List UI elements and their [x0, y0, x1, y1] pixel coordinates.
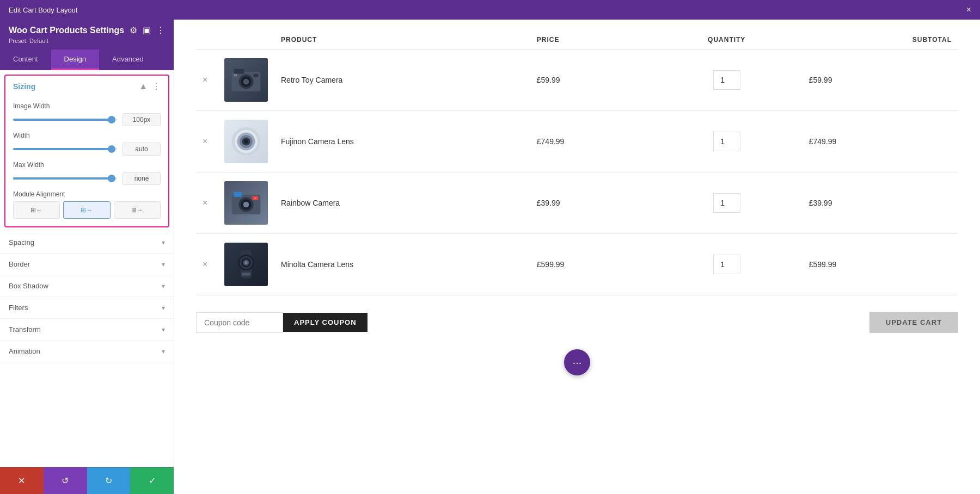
remove-item-button[interactable]: ×	[203, 75, 207, 85]
tab-content[interactable]: Content	[0, 50, 51, 70]
more-icon-btn[interactable]: ⋮	[156, 25, 165, 35]
align-center-btn[interactable]: ⊞↔	[63, 201, 110, 219]
cart-table-head: PRODUCT PRICE QUANTITY SUBTOTAL	[196, 30, 958, 50]
align-right-btn[interactable]: ⊞→	[114, 201, 161, 219]
more-options-icon: ⋮	[152, 81, 161, 91]
width-thumb[interactable]	[108, 145, 115, 153]
max-width-input[interactable]	[122, 172, 161, 185]
subtotal-cell: £39.99	[803, 172, 958, 234]
fab-button[interactable]: ···	[564, 349, 590, 375]
image-width-input[interactable]	[122, 113, 161, 126]
quantity-input[interactable]	[713, 193, 740, 213]
table-row: × Fujinon Camera Lens £749.99	[196, 111, 958, 172]
filters-title: Filters	[9, 304, 28, 312]
section-spacing: Spacing ▾	[0, 232, 174, 254]
transform-section-header[interactable]: Transform ▾	[0, 319, 174, 340]
layout-icon-btn[interactable]: ▣	[143, 25, 151, 35]
alignment-row: ⊞← ⊞↔ ⊞→	[13, 201, 161, 219]
apply-coupon-button[interactable]: APPLY COUPON	[283, 313, 367, 332]
col-subtotal: SUBTOTAL	[803, 30, 958, 50]
width-input[interactable]	[122, 143, 161, 156]
quantity-input[interactable]	[713, 132, 740, 151]
title-bar: Edit Cart Body Layout ×	[0, 0, 980, 20]
refresh-button[interactable]: ↻	[87, 467, 131, 494]
name-cell: Fujinon Camera Lens	[274, 111, 530, 172]
collapse-icon: ▲	[139, 82, 148, 91]
table-row: × Minolta Camera Lens £599.99	[196, 234, 958, 295]
table-row: × Rainbow Camera £39.99	[196, 172, 958, 234]
box-shadow-section-header[interactable]: Box Shadow ▾	[0, 275, 174, 297]
section-animation: Animation ▾	[0, 341, 174, 362]
preset-label[interactable]: Preset: Default	[9, 38, 165, 44]
close-button[interactable]: ×	[966, 5, 971, 15]
sizing-section-header[interactable]: Sizing ▲ ⋮	[5, 76, 168, 97]
product-image	[224, 120, 268, 163]
image-width-slider-wrap	[13, 119, 117, 121]
reset-button[interactable]: ↺	[44, 467, 87, 494]
product-name: Retro Toy Camera	[281, 76, 342, 84]
section-filters: Filters ▾	[0, 297, 174, 319]
max-width-slider-wrap	[13, 177, 117, 180]
sidebar-header: Woo Cart Products Settings ⚙ ▣ ⋮ Preset:…	[0, 20, 174, 50]
image-cell	[218, 50, 274, 111]
update-cart-button[interactable]: UPDATE CART	[869, 312, 958, 333]
width-slider-row	[13, 143, 161, 156]
align-left-btn[interactable]: ⊞←	[13, 201, 60, 219]
product-price: £59.99	[537, 76, 560, 84]
filters-section-header[interactable]: Filters ▾	[0, 297, 174, 318]
max-width-fill	[13, 177, 112, 180]
cancel-button[interactable]: ✕	[0, 467, 44, 494]
name-cell: Rainbow Camera	[274, 172, 530, 234]
quantity-input[interactable]	[713, 70, 740, 90]
sidebar-header-top: Woo Cart Products Settings ⚙ ▣ ⋮	[9, 25, 165, 35]
remove-item-button[interactable]: ×	[203, 260, 207, 269]
spacing-section-header[interactable]: Spacing ▾	[0, 232, 174, 253]
main-layout: Woo Cart Products Settings ⚙ ▣ ⋮ Preset:…	[0, 20, 980, 494]
cart-footer: APPLY COUPON UPDATE CART	[196, 306, 958, 333]
product-price: £39.99	[537, 199, 560, 207]
remove-item-button[interactable]: ×	[203, 137, 207, 146]
col-product: PRODUCT	[274, 30, 530, 50]
quantity-cell	[651, 111, 803, 172]
quantity-input[interactable]	[713, 255, 740, 274]
remove-item-button[interactable]: ×	[203, 198, 207, 208]
module-alignment-label: Module Alignment	[13, 190, 161, 198]
max-width-thumb[interactable]	[108, 175, 115, 182]
spacing-chevron: ▾	[162, 239, 165, 246]
align-right-icon: ⊞→	[131, 206, 143, 214]
sidebar-title: Woo Cart Products Settings	[9, 26, 124, 35]
col-image	[218, 30, 274, 50]
image-width-thumb[interactable]	[108, 116, 115, 124]
price-cell: £749.99	[530, 111, 651, 172]
filters-chevron: ▾	[162, 304, 165, 312]
section-border: Border ▾	[0, 254, 174, 275]
width-slider-wrap	[13, 148, 117, 150]
max-width-label: Max Width	[13, 161, 161, 169]
remove-cell: ×	[196, 172, 218, 234]
animation-section-header[interactable]: Animation ▾	[0, 341, 174, 362]
tab-design[interactable]: Design	[51, 50, 99, 70]
settings-icon-btn[interactable]: ⚙	[130, 25, 137, 35]
tab-advanced[interactable]: Advanced	[99, 50, 157, 70]
coupon-input[interactable]	[196, 312, 283, 333]
confirm-button[interactable]: ✓	[130, 467, 174, 494]
product-price: £749.99	[537, 137, 565, 146]
remove-cell: ×	[196, 234, 218, 295]
quantity-cell	[651, 234, 803, 295]
svg-rect-1	[234, 69, 244, 74]
image-cell	[218, 172, 274, 234]
svg-point-17	[243, 202, 249, 208]
sidebar-icons: ⚙ ▣ ⋮	[130, 25, 165, 35]
sidebar: Woo Cart Products Settings ⚙ ▣ ⋮ Preset:…	[0, 20, 174, 494]
subtotal-cell: £59.99	[803, 50, 958, 111]
border-section-header[interactable]: Border ▾	[0, 254, 174, 275]
sizing-section-body: Image Width Width	[5, 97, 168, 226]
sidebar-content: Sizing ▲ ⋮ Image Width	[0, 70, 174, 467]
price-cell: £59.99	[530, 50, 651, 111]
product-image	[224, 181, 268, 225]
svg-rect-5	[254, 74, 259, 77]
title-bar-text: Edit Cart Body Layout	[9, 6, 77, 14]
product-name: Fujinon Camera Lens	[281, 137, 354, 146]
product-name: Minolta Camera Lens	[281, 260, 353, 269]
align-center-icon: ⊞↔	[81, 206, 93, 214]
